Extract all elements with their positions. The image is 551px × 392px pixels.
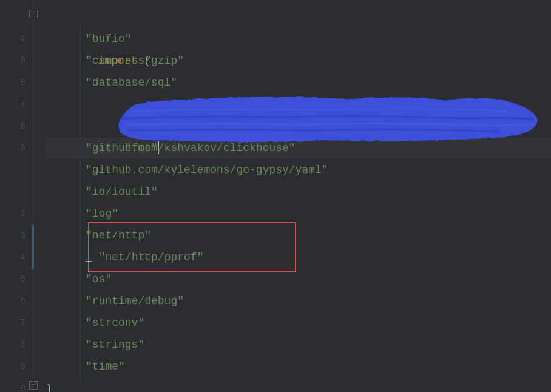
- code-line[interactable]: [46, 115, 551, 137]
- code-line[interactable]: "runtime/debug": [46, 290, 551, 312]
- import-string: "compress/gzip": [86, 55, 184, 67]
- line-number: 6: [0, 72, 33, 93]
- code-line[interactable]: "net/http": [46, 225, 551, 246]
- import-string: "os": [86, 273, 112, 285]
- line-number: [0, 6, 33, 28]
- line-number: 5: [0, 268, 33, 290]
- code-line[interactable]: "log": [46, 203, 551, 225]
- line-number: 9: [0, 137, 33, 159]
- line-number: 7: [0, 312, 33, 334]
- import-string: "time": [86, 360, 125, 373]
- blank-identifier: _: [86, 251, 92, 263]
- line-number: [0, 159, 33, 181]
- import-string: "runtime/debug": [86, 295, 184, 307]
- code-line-current[interactable]: "fmt": [46, 93, 551, 115]
- import-string: "database/sql": [86, 76, 177, 89]
- code-line[interactable]: "strings": [46, 334, 551, 356]
- code-line[interactable]: "bufio": [46, 28, 551, 50]
- code-line[interactable]: "github.com/kshvakov/clickhouse": [46, 137, 551, 159]
- import-string: "strings": [86, 339, 144, 351]
- code-line[interactable]: import (: [46, 6, 551, 28]
- line-number: 2: [0, 203, 33, 225]
- line-number: 4: [0, 246, 33, 268]
- close-paren: ): [46, 382, 52, 392]
- line-number: 3: [0, 225, 33, 246]
- code-line[interactable]: _ "net/http/pprof": [46, 246, 551, 268]
- line-number: 4: [0, 28, 33, 50]
- import-string: "net/http": [86, 229, 151, 242]
- code-line[interactable]: "os": [46, 268, 551, 290]
- line-number: 8: [0, 334, 33, 356]
- code-line[interactable]: "compress/gzip": [46, 50, 551, 72]
- import-string: "github.com/kylelemons/go-gypsy/yaml": [86, 164, 328, 176]
- code-line[interactable]: "github.com/kylelemons/go-gypsy/yaml": [46, 159, 551, 181]
- import-string: "net/http/pprof": [99, 251, 204, 263]
- line-number: 7: [0, 93, 33, 115]
- line-number: [0, 181, 33, 203]
- import-string: "github.com/kshvakov/clickhouse": [86, 142, 296, 154]
- import-string: "log": [86, 208, 118, 220]
- line-number: 0: [0, 377, 33, 392]
- code-line[interactable]: "database/sql": [46, 72, 551, 93]
- import-string: "strconv": [86, 317, 144, 329]
- code-line[interactable]: "time": [46, 356, 551, 377]
- code-line[interactable]: "strconv": [46, 312, 551, 334]
- line-number: 5: [0, 50, 33, 72]
- code-content[interactable]: import ( "bufio" "compress/gzip" "databa…: [33, 0, 551, 392]
- code-editor[interactable]: − 4 5 6 7 8 9 2 3 4 5 6 7 8 9 0 − import…: [0, 0, 551, 392]
- line-number: 8: [0, 115, 33, 137]
- import-string: "io/ioutil": [86, 186, 158, 198]
- line-number: 6: [0, 290, 33, 312]
- code-line[interactable]: "io/ioutil": [46, 181, 551, 203]
- line-gutter: − 4 5 6 7 8 9 2 3 4 5 6 7 8 9 0 −: [0, 0, 33, 392]
- code-line[interactable]: ): [46, 377, 551, 392]
- line-number: 9: [0, 356, 33, 377]
- import-string: "bufio": [86, 33, 132, 45]
